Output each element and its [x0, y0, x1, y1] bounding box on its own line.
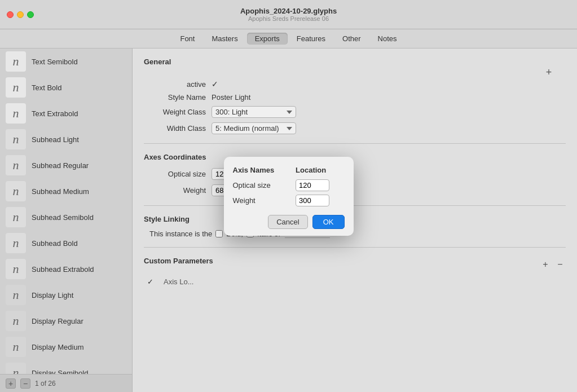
optical-size-location-input[interactable]: [296, 179, 329, 191]
axis-names-modal: Axis Names Location Optical size Weight: [224, 157, 354, 236]
axis-name-optical: Optical size: [233, 178, 290, 193]
modal-footer: Cancel OK: [224, 208, 354, 236]
modal-body: Axis Names Location Optical size Weight: [224, 157, 354, 208]
table-row: Weight: [233, 193, 345, 208]
table-row: Optical size: [233, 178, 345, 193]
weight-location-input[interactable]: [296, 195, 329, 206]
col-axis-names: Axis Names: [233, 166, 290, 178]
axis-location-optical: [290, 178, 344, 193]
cancel-button[interactable]: Cancel: [268, 215, 307, 229]
col-location: Location: [290, 166, 344, 178]
ok-button[interactable]: OK: [312, 215, 345, 229]
axis-names-table: Axis Names Location Optical size Weight: [233, 166, 345, 208]
modal-overlay: Axis Names Location Optical size Weight: [0, 0, 577, 392]
axis-location-weight: [290, 193, 344, 208]
axis-name-weight: Weight: [233, 193, 290, 208]
